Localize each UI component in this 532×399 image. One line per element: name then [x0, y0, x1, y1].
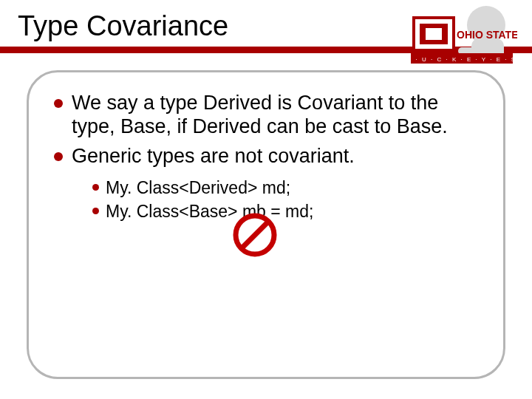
sub-bullet-2: My. Class<Base> mb = md; — [92, 201, 481, 222]
bullet-1: We say a type Derived is Covariant to th… — [54, 92, 481, 139]
bullet-2-text: Generic types are not covariant. — [72, 145, 355, 167]
bullet-2: Generic types are not covariant. My. Cla… — [54, 145, 481, 222]
slide: Type Covariance OHIO STATE B · U · C · K… — [0, 0, 532, 399]
logo-wordmark-top: OHIO STATE — [457, 29, 517, 41]
ohio-state-logo: OHIO STATE B · U · C · K · E · Y · E · S — [406, 3, 517, 73]
prohibited-icon — [233, 213, 277, 257]
logo-wordmark-bottom: B · U · C · K · E · Y · E · S — [407, 56, 516, 63]
sub-bullet-1: My. Class<Derived> md; — [92, 177, 481, 199]
sub-bullet-list: My. Class<Derived> md; My. Class<Base> m… — [92, 177, 481, 223]
bullet-list: We say a type Derived is Covariant to th… — [54, 92, 481, 222]
svg-rect-6 — [426, 28, 442, 40]
